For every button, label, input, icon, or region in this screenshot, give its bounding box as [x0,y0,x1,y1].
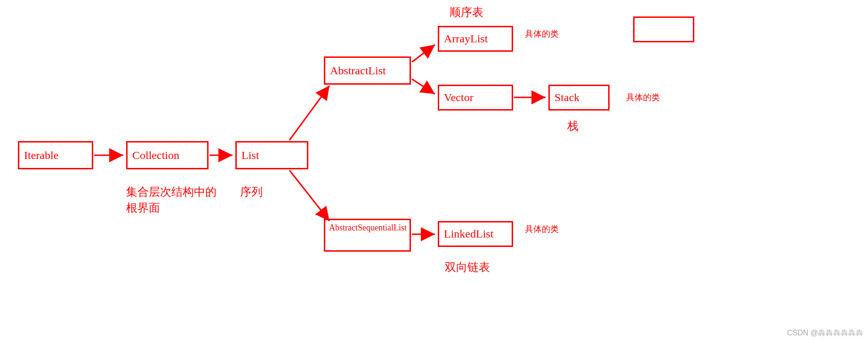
node-abstractlist: AbstractList [324,56,411,85]
svg-line-4 [412,45,435,62]
label-linkedlist-right: 具体的类 [525,223,559,235]
svg-line-5 [412,79,435,94]
node-list: List [235,141,308,169]
node-arraylist: ArrayList [438,26,513,52]
label-linkedlist-sub: 双向链表 [445,260,490,276]
label-stack-sub: 栈 [567,119,579,135]
label-collection-sub: 集合层次结构中的根界面 [126,184,220,216]
node-collection: Collection [126,141,209,169]
node-stack: Stack [548,85,610,111]
node-abstractsequentiallist: AbstractSequentialList [324,219,411,252]
svg-line-2 [289,86,330,140]
label-arraylist-right: 具体的类 [525,28,559,40]
label-stack-right: 具体的类 [626,92,660,103]
label-arraylist-top: 顺序表 [450,5,483,21]
label-list-sub: 序列 [240,184,263,200]
node-iterable: Iterable [18,141,93,169]
arrows-layer [0,0,868,341]
watermark: CSDN @犇犇犇犇犇犇 [787,328,863,338]
node-linkedlist: LinkedList [438,221,513,247]
empty-box [633,16,694,42]
svg-line-3 [289,170,330,221]
node-vector: Vector [438,85,513,111]
